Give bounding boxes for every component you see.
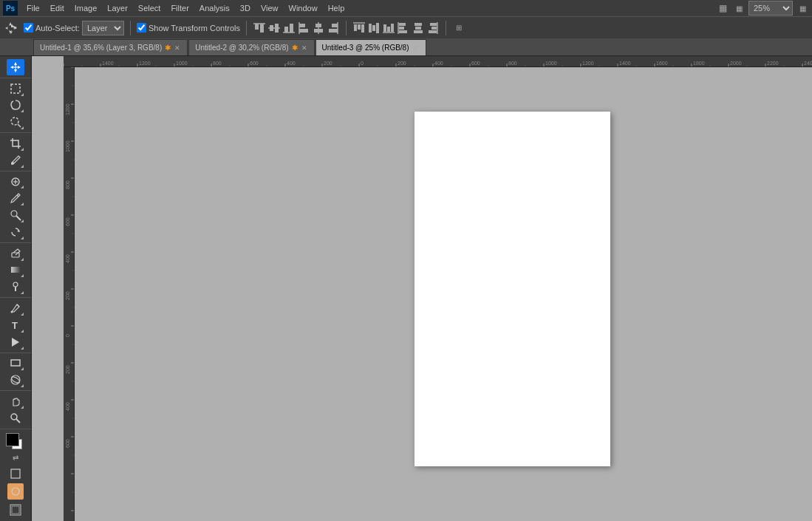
- menu-image[interactable]: Image: [70, 2, 102, 14]
- svg-point-56: [11, 311, 13, 313]
- align-left-edges-icon[interactable]: [297, 21, 310, 35]
- menu-view[interactable]: View: [256, 2, 283, 14]
- bridge-icon[interactable]: ▦: [716, 1, 729, 15]
- lasso-tool[interactable]: [7, 98, 24, 114]
- tab-1-modified: ✱: [165, 44, 171, 52]
- show-transform-checkbox[interactable]: [137, 23, 146, 33]
- toolbar-divider-4: [0, 242, 31, 243]
- tab-3-close[interactable]: ✕: [412, 44, 420, 52]
- gradient-tool[interactable]: [7, 262, 24, 279]
- svg-text:1000: 1000: [545, 61, 557, 66]
- align-right-edges-icon[interactable]: [327, 21, 340, 35]
- history-brush-tool[interactable]: [7, 224, 24, 240]
- svg-rect-21: [354, 24, 357, 31]
- screen-mode-icon[interactable]: ▦: [732, 1, 746, 15]
- tab-3-label: Untitled-3 @ 25% (RGB/8): [322, 44, 409, 52]
- distribute-top-icon[interactable]: [352, 21, 366, 35]
- menu-edit[interactable]: Edit: [46, 2, 69, 14]
- svg-text:1800: 1800: [693, 61, 705, 66]
- tab-2-label: Untitled-2 @ 30,2% (RGB/8): [195, 44, 288, 52]
- shape-tool[interactable]: [7, 355, 24, 371]
- eyedropper-tool[interactable]: [7, 152, 24, 168]
- svg-rect-9: [284, 27, 288, 33]
- auto-select-checkbox[interactable]: [24, 23, 33, 33]
- svg-rect-44: [11, 84, 20, 93]
- svg-rect-32: [399, 23, 406, 26]
- zoom-select[interactable]: 25% 50% 100%: [748, 1, 793, 16]
- tab-1-close[interactable]: ✕: [174, 44, 181, 52]
- marquee-tool[interactable]: [7, 81, 24, 97]
- svg-text:1000: 1000: [176, 61, 188, 66]
- tab-untitled-2[interactable]: Untitled-2 @ 30,2% (RGB/8) ✱ ✕: [188, 39, 314, 55]
- svg-text:800: 800: [65, 180, 70, 189]
- align-top-edges-icon[interactable]: [253, 21, 266, 35]
- quick-select-tool[interactable]: [7, 114, 24, 130]
- menu-3d[interactable]: 3D: [236, 2, 255, 14]
- crop-tool[interactable]: [7, 135, 24, 151]
- move-tool[interactable]: [7, 59, 24, 75]
- move-tool-options-icon: [3, 20, 19, 36]
- menu-layer[interactable]: Layer: [103, 2, 132, 14]
- hand-tool[interactable]: [7, 393, 24, 409]
- text-tool[interactable]: T: [7, 317, 24, 333]
- swap-colors-icon[interactable]: ⇄: [13, 454, 18, 462]
- pen-tool[interactable]: [7, 300, 24, 316]
- extras-icon[interactable]: ▦: [796, 1, 809, 15]
- options-divider-3: [346, 21, 347, 35]
- svg-text:1400: 1400: [619, 61, 631, 66]
- zoom-control: 25% 50% 100%: [748, 1, 793, 16]
- tab-untitled-3[interactable]: Untitled-3 @ 25% (RGB/8) ✕: [315, 39, 426, 55]
- tab-2-close[interactable]: ✕: [301, 44, 308, 52]
- distribute-horizontal-centers-icon[interactable]: [412, 21, 425, 35]
- align-bottom-edges-icon[interactable]: [282, 21, 296, 35]
- tab-2-modified: ✱: [292, 44, 298, 52]
- svg-rect-54: [11, 267, 20, 273]
- path-selection-tool[interactable]: [7, 334, 24, 350]
- brush-tool[interactable]: [7, 190, 24, 206]
- svg-rect-4: [260, 24, 264, 33]
- distribute-vertical-centers-icon[interactable]: [367, 21, 381, 35]
- svg-rect-12: [299, 24, 305, 27]
- menu-help[interactable]: Help: [324, 2, 349, 14]
- zoom-tool[interactable]: [7, 410, 24, 426]
- spot-healing-tool[interactable]: [7, 174, 24, 190]
- svg-rect-30: [391, 24, 394, 32]
- menu-filter[interactable]: Filter: [166, 2, 193, 14]
- auto-select-dropdown[interactable]: Layer Group: [82, 21, 124, 35]
- svg-text:600: 600: [65, 439, 70, 448]
- menu-file[interactable]: File: [22, 2, 44, 14]
- svg-text:200: 200: [398, 61, 406, 66]
- svg-rect-25: [369, 24, 372, 33]
- canvas-container: 1400 1200 1000 800 600 400 200 0: [32, 56, 812, 521]
- distribute-icons: [352, 21, 440, 35]
- quick-mask-mode-icon[interactable]: [7, 483, 24, 500]
- eraser-tool[interactable]: [7, 245, 24, 262]
- align-horizontal-centers-icon[interactable]: [312, 21, 325, 35]
- distribute-right-icon[interactable]: [426, 21, 440, 35]
- screen-mode-button[interactable]: [9, 503, 22, 518]
- tabsbar: Untitled-1 @ 35,6% (Layer 3, RGB/8) ✱ ✕ …: [0, 38, 812, 56]
- svg-rect-64: [11, 469, 20, 478]
- clone-stamp-tool[interactable]: [7, 207, 24, 223]
- svg-text:400: 400: [65, 254, 70, 263]
- distribute-bottom-icon[interactable]: [382, 21, 395, 35]
- menu-analysis[interactable]: Analysis: [195, 2, 234, 14]
- svg-text:1200: 1200: [65, 103, 70, 115]
- foreground-color[interactable]: [6, 433, 19, 446]
- menu-window[interactable]: Window: [284, 2, 322, 14]
- tab-untitled-1[interactable]: Untitled-1 @ 35,6% (Layer 3, RGB/8) ✱ ✕: [33, 39, 188, 55]
- canvas-area[interactable]: [75, 67, 812, 521]
- distribute-left-icon[interactable]: [397, 21, 410, 35]
- svg-rect-3: [255, 24, 259, 30]
- standard-mode-icon[interactable]: [7, 466, 24, 482]
- options-divider-1: [130, 21, 131, 35]
- tab-1-label: Untitled-1 @ 35,6% (Layer 3, RGB/8): [40, 44, 162, 52]
- 3d-tool[interactable]: [7, 372, 24, 388]
- svg-rect-67: [12, 506, 19, 514]
- svg-point-55: [13, 282, 18, 287]
- dodge-tool[interactable]: [7, 279, 24, 295]
- auto-align-layers-icon[interactable]: ⊞: [452, 21, 465, 35]
- align-vertical-centers-icon[interactable]: [267, 21, 281, 35]
- menu-select[interactable]: Select: [134, 2, 166, 14]
- svg-text:200: 200: [65, 365, 70, 374]
